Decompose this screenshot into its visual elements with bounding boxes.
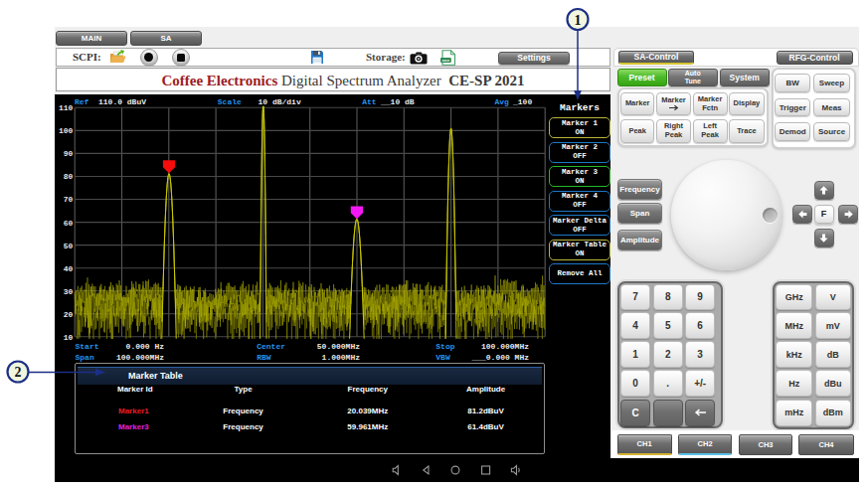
- svg-text:70: 70: [64, 195, 74, 204]
- svg-text:10 dB/div: 10 dB/div: [259, 97, 301, 106]
- svg-text:1: 1: [575, 13, 582, 28]
- svg-text:_100: _100: [512, 97, 532, 106]
- svg-text:csv: csv: [442, 58, 450, 63]
- svg-text:10: 10: [64, 333, 74, 342]
- svg-text:Avg: Avg: [494, 97, 509, 106]
- svg-text:110: 110: [59, 103, 74, 112]
- svg-text:100: 100: [59, 126, 74, 135]
- svg-text:___0.000 MHz: ___0.000 MHz: [470, 353, 529, 362]
- svg-text:__10 dB: __10 dB: [380, 97, 415, 106]
- svg-text:2: 2: [15, 365, 22, 380]
- svg-text:VBW: VBW: [435, 353, 450, 362]
- svg-text:Stop: Stop: [435, 342, 454, 351]
- svg-text:0.000 Hz: 0.000 Hz: [126, 342, 165, 351]
- svg-text:Att: Att: [362, 97, 377, 106]
- svg-text:20: 20: [64, 310, 74, 319]
- svg-text:50.000MHz: 50.000MHz: [317, 342, 360, 351]
- svg-text:80: 80: [64, 172, 74, 181]
- svg-text:90: 90: [64, 149, 74, 158]
- svg-text:60: 60: [64, 219, 74, 228]
- svg-text:30: 30: [64, 287, 74, 296]
- svg-text:40: 40: [64, 264, 74, 273]
- svg-text:1.000MHz: 1.000MHz: [322, 353, 361, 362]
- svg-text:Start: Start: [76, 342, 99, 351]
- svg-text:Scale: Scale: [218, 97, 242, 106]
- svg-text:110.0 dBuV: 110.0 dBuV: [98, 97, 146, 106]
- svg-text:RBW: RBW: [257, 353, 271, 362]
- svg-text:100.000MHz: 100.000MHz: [116, 353, 164, 362]
- svg-text:100.000MHz: 100.000MHz: [481, 342, 529, 351]
- svg-text:Ref: Ref: [75, 97, 89, 106]
- svg-text:50: 50: [64, 242, 74, 250]
- svg-text:Span: Span: [76, 353, 94, 362]
- svg-text:Center: Center: [257, 342, 285, 351]
